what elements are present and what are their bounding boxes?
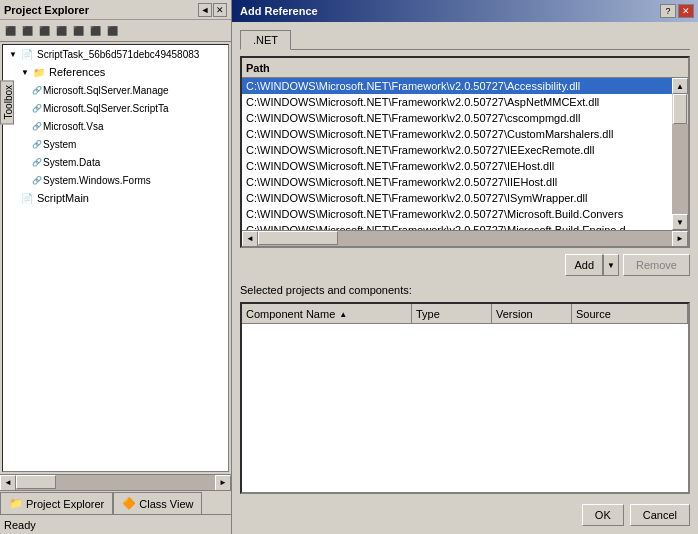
col-header-type[interactable]: Type [412,304,492,324]
tree-item-ref-5[interactable]: 🔗 System.Data [3,153,228,171]
tree-item-references[interactable]: ▼ 📁 References [3,63,228,81]
tree-label-scriptmain: ScriptMain [37,192,89,204]
scroll-thumb[interactable] [673,94,687,124]
auto-hide-button[interactable]: ◄ [198,3,212,17]
add-reference-dialog: Add Reference ? ✕ .NET Path C:\WINDOWS\M… [232,0,698,534]
tree-item-ref-1[interactable]: 🔗 Microsoft.SqlServer.Manage [3,81,228,99]
dialog-content: .NET Path C:\WINDOWS\Microsoft.NET\Frame… [232,22,698,534]
selected-table-header: Component Name ▲ Type Version Source [242,304,688,324]
file-list-scrollbar: ▲ ▼ [672,78,688,230]
title-buttons: ? ✕ [660,4,694,18]
tree-item-ref-4[interactable]: 🔗 System [3,135,228,153]
toolbar-icon-4[interactable]: ⬛ [53,23,69,39]
file-list-h-scrollbar: ◄ ► [242,230,688,246]
project-explorer-tab-icon: 📁 [9,497,23,510]
sort-arrow-component: ▲ [339,310,347,319]
toolbox-tab[interactable]: Toolbox [0,80,14,124]
ok-cancel-row: OK Cancel [240,504,690,526]
add-button[interactable]: Add [565,254,603,276]
tree-label-ref-1: Microsoft.SqlServer.Manage [43,85,169,96]
selected-table: Component Name ▲ Type Version Source [240,302,690,494]
ok-button[interactable]: OK [582,504,624,526]
project-explorer-title: Project Explorer [4,4,89,16]
ref-icon-5: 🔗 [31,156,43,168]
toolbar-icons: ⬛ ⬛ ⬛ ⬛ ⬛ ⬛ ⬛ [2,23,120,39]
tab-project-explorer[interactable]: 📁 Project Explorer [0,492,113,514]
bottom-tabs: 📁 Project Explorer 🔶 Class View [0,490,231,514]
status-text: Ready [4,519,36,531]
remove-button[interactable]: Remove [623,254,690,276]
selected-section-label: Selected projects and components: [240,284,690,296]
toolbar-icon-6[interactable]: ⬛ [87,23,103,39]
folder-icon-refs: 📁 [31,64,47,80]
file-list-header: Path [242,58,688,78]
file-item-2[interactable]: C:\WINDOWS\Microsoft.NET\Framework\v2.0.… [242,110,672,126]
file-item-8[interactable]: C:\WINDOWS\Microsoft.NET\Framework\v2.0.… [242,206,672,222]
tree-label-references: References [49,66,105,78]
close-panel-button[interactable]: ✕ [213,3,227,17]
col-header-version[interactable]: Version [492,304,572,324]
col-header-component[interactable]: Component Name ▲ [242,304,412,324]
h-scroll-track-inner [258,231,672,247]
path-column-header: Path [246,62,270,74]
scroll-down-button[interactable]: ▼ [672,214,688,230]
ref-icon-6: 🔗 [31,174,43,186]
scroll-left-button[interactable]: ◄ [0,475,16,491]
file-item-5[interactable]: C:\WINDOWS\Microsoft.NET\Framework\v2.0.… [242,158,672,174]
col-label-version: Version [496,308,533,320]
tree-container: ▼ 📄 ScriptTask_56b6d571debc49458083 ▼ 📁 … [2,44,229,472]
tree-item-ref-6[interactable]: 🔗 System.Windows.Forms [3,171,228,189]
file-item-4[interactable]: C:\WINDOWS\Microsoft.NET\Framework\v2.0.… [242,142,672,158]
file-item-3[interactable]: C:\WINDOWS\Microsoft.NET\Framework\v2.0.… [242,126,672,142]
tree-item-ref-3[interactable]: 🔗 Microsoft.Vsa [3,117,228,135]
tree-label-ref-3: Microsoft.Vsa [43,121,104,132]
close-button[interactable]: ✕ [678,4,694,18]
cancel-button[interactable]: Cancel [630,504,690,526]
toolbar-icon-7[interactable]: ⬛ [104,23,120,39]
add-remove-row: Add ▼ Remove [240,254,690,276]
scroll-right-button[interactable]: ► [215,475,231,491]
help-button[interactable]: ? [660,4,676,18]
ref-icon-3: 🔗 [31,120,43,132]
panel-toolbar: ⬛ ⬛ ⬛ ⬛ ⬛ ⬛ ⬛ [0,20,231,42]
toolbar-icon-1[interactable]: ⬛ [2,23,18,39]
h-scroll-thumb[interactable] [16,475,56,489]
scroll-up-button[interactable]: ▲ [672,78,688,94]
script-icon: 📄 [19,46,35,62]
file-item-1[interactable]: C:\WINDOWS\Microsoft.NET\Framework\v2.0.… [242,94,672,110]
tree-label-ref-5: System.Data [43,157,100,168]
tab-class-view[interactable]: 🔶 Class View [113,492,202,514]
file-list[interactable]: C:\WINDOWS\Microsoft.NET\Framework\v2.0.… [242,78,672,230]
project-explorer-header: Project Explorer ◄ ✕ [0,0,231,20]
h-scroll-track [16,475,215,491]
header-buttons: ◄ ✕ [198,3,227,17]
tree-item-scriptmain[interactable]: 📄 ScriptMain [3,189,228,207]
toolbar-icon-3[interactable]: ⬛ [36,23,52,39]
col-header-source[interactable]: Source [572,304,688,324]
tree-item-ref-2[interactable]: 🔗 Microsoft.SqlServer.ScriptTa [3,99,228,117]
file-item-0[interactable]: C:\WINDOWS\Microsoft.NET\Framework\v2.0.… [242,78,672,94]
tree-label-ref-6: System.Windows.Forms [43,175,151,186]
tree-label-scripttask: ScriptTask_56b6d571debc49458083 [37,49,199,60]
h-scroll-right-btn[interactable]: ► [672,231,688,247]
file-item-9[interactable]: C:\WINDOWS\Microsoft.NET\Framework\v2.0.… [242,222,672,230]
col-label-component: Component Name [246,308,335,320]
toolbar-icon-2[interactable]: ⬛ [19,23,35,39]
h-scroll-left-btn[interactable]: ◄ [242,231,258,247]
toolbar-icon-5[interactable]: ⬛ [70,23,86,39]
left-panel: Toolbox Project Explorer ◄ ✕ ⬛ ⬛ ⬛ ⬛ ⬛ ⬛… [0,0,232,534]
add-dropdown-arrow[interactable]: ▼ [603,254,619,276]
ref-icon-4: 🔗 [31,138,43,150]
tab-dotnet[interactable]: .NET [240,30,291,50]
expand-icon-refs: ▼ [19,66,31,78]
tree-item-scripttask[interactable]: ▼ 📄 ScriptTask_56b6d571debc49458083 [3,45,228,63]
h-scroll-thumb-inner[interactable] [258,231,338,245]
file-item-6[interactable]: C:\WINDOWS\Microsoft.NET\Framework\v2.0.… [242,174,672,190]
tree-label-ref-2: Microsoft.SqlServer.ScriptTa [43,103,169,114]
dialog-title: Add Reference [240,5,318,17]
expand-icon: ▼ [7,48,19,60]
file-item-7[interactable]: C:\WINDOWS\Microsoft.NET\Framework\v2.0.… [242,190,672,206]
selected-table-body [242,324,688,492]
class-view-tab-label: Class View [139,498,193,510]
col-label-type: Type [416,308,440,320]
